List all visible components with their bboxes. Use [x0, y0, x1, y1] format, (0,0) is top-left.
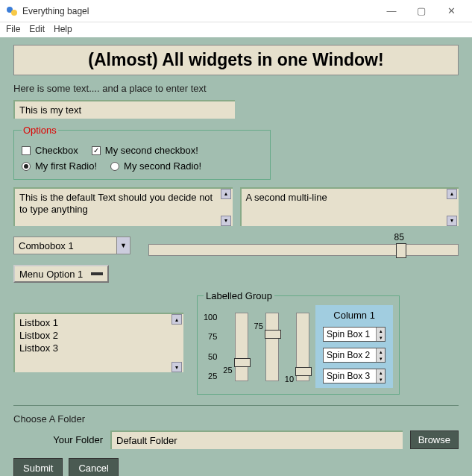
app-icon [6, 5, 18, 17]
radio-2[interactable]: My second Radio! [110, 160, 201, 172]
combobox[interactable]: Combobox 1 ▼ [13, 237, 130, 254]
scrollbar[interactable]: ▴ ▾ [447, 189, 459, 226]
slider-ticks: 100 75 50 25 [204, 305, 217, 388]
radio-checked-icon [22, 162, 31, 171]
combobox-value: Combobox 1 [14, 240, 116, 251]
multiline-1[interactable]: This is the default Text should you deci… [13, 187, 233, 226]
intro-text: Here is some text.... and a place to ent… [13, 83, 459, 94]
multiline-2[interactable]: A second multi-line ▴ ▾ [240, 187, 459, 226]
window-titlebar: Everything bagel — ▢ ✕ [0, 0, 472, 22]
list-item[interactable]: Listbox 2 [19, 329, 172, 342]
app-body: (Almost) All widgets in one Window! Here… [0, 37, 472, 476]
multiline-1-text: This is the default Text should you deci… [19, 192, 213, 215]
vslider-1-value: 25 [223, 366, 232, 375]
column-header: Column 1 [333, 310, 375, 321]
radio-icon [110, 162, 119, 171]
minimize-button[interactable]: — [377, 0, 406, 22]
vslider-2-value: 75 [254, 322, 263, 331]
menu-indicator-icon [91, 272, 103, 275]
close-button[interactable]: ✕ [436, 0, 466, 22]
option-menu-label: Menu Option 1 [19, 269, 83, 280]
spinbox-1[interactable]: Spin Box 1▴▾ [323, 327, 386, 342]
browse-button[interactable]: Browse [410, 430, 459, 449]
scroll-up-icon[interactable]: ▴ [172, 314, 182, 325]
slider-thumb[interactable] [295, 367, 312, 376]
checkbox-2[interactable]: My second checkbox! [92, 145, 198, 156]
checkbox-1-label: Checkbox [35, 145, 78, 156]
spin-down-icon[interactable]: ▾ [376, 334, 385, 341]
labelled-group: Labelled Group 100 75 50 25 25 75 10 [197, 290, 400, 395]
slider-thumb[interactable] [396, 243, 406, 258]
spinbox-3[interactable]: Spin Box 3▴▾ [323, 369, 386, 383]
checkbox-icon [22, 146, 31, 155]
folder-input[interactable] [110, 430, 403, 449]
submit-button[interactable]: Submit [13, 458, 63, 476]
text-input[interactable] [13, 100, 235, 119]
spin-up-icon[interactable]: ▴ [376, 328, 385, 334]
scrollbar[interactable]: ▴ ▾ [221, 189, 233, 226]
spinbox-2[interactable]: Spin Box 2▴▾ [323, 348, 386, 363]
maximize-button[interactable]: ▢ [406, 0, 436, 22]
folder-label: Your Folder [13, 434, 103, 445]
radio-1[interactable]: My first Radio! [22, 160, 97, 172]
vertical-slider-1[interactable]: 25 [223, 305, 248, 388]
radio-1-label: My first Radio! [35, 160, 97, 172]
slider-thumb[interactable] [265, 330, 281, 339]
checkbox-1[interactable]: Checkbox [22, 145, 78, 156]
horizontal-slider[interactable]: 85 [148, 234, 459, 257]
options-legend: Options [22, 125, 58, 136]
slider-track[interactable] [148, 244, 459, 256]
multiline-2-text: A second multi-line [246, 192, 327, 203]
vertical-slider-3[interactable]: 10 [285, 305, 309, 388]
scroll-down-icon[interactable]: ▾ [221, 216, 231, 226]
listbox[interactable]: Listbox 1 Listbox 2 Listbox 3 ▴ ▾ [13, 313, 183, 372]
menu-bar: File Edit Help [0, 22, 472, 37]
option-menu-button[interactable]: Menu Option 1 [13, 265, 109, 283]
scroll-down-icon[interactable]: ▾ [172, 362, 182, 372]
spin-down-icon[interactable]: ▾ [376, 376, 385, 383]
menu-edit[interactable]: Edit [29, 24, 45, 36]
scroll-down-icon[interactable]: ▾ [447, 216, 457, 226]
scrollbar[interactable]: ▴ ▾ [172, 314, 183, 372]
options-group: Options Checkbox My second checkbox! My … [13, 125, 271, 180]
spin-down-icon[interactable]: ▾ [376, 355, 385, 362]
menu-file[interactable]: File [6, 24, 20, 36]
list-item[interactable]: Listbox 1 [19, 316, 172, 329]
menu-help[interactable]: Help [54, 24, 72, 36]
vertical-slider-2[interactable]: 75 [254, 305, 279, 388]
scroll-up-icon[interactable]: ▴ [221, 189, 231, 199]
window-title: Everything bagel [22, 6, 377, 16]
vslider-3-value: 10 [285, 375, 294, 383]
folder-heading: Choose A Folder [13, 413, 459, 425]
list-item[interactable]: Listbox 3 [19, 342, 172, 354]
checkbox-2-label: My second checkbox! [105, 145, 198, 156]
checkbox-checked-icon [92, 146, 101, 155]
spin-column: Column 1 Spin Box 1▴▾ Spin Box 2▴▾ Spin … [315, 305, 393, 388]
spin-up-icon[interactable]: ▴ [376, 348, 385, 355]
svg-point-1 [11, 10, 17, 16]
chevron-down-icon[interactable]: ▼ [116, 237, 130, 254]
labelled-group-legend: Labelled Group [204, 290, 274, 301]
slider-value-label: 85 [394, 232, 403, 242]
page-title: (Almost) All widgets in one Window! [13, 45, 459, 75]
scroll-up-icon[interactable]: ▴ [447, 189, 457, 199]
cancel-button[interactable]: Cancel [69, 458, 118, 476]
radio-2-label: My second Radio! [124, 160, 201, 172]
slider-thumb[interactable] [234, 358, 251, 367]
spin-up-icon[interactable]: ▴ [376, 369, 385, 376]
divider [13, 405, 459, 406]
